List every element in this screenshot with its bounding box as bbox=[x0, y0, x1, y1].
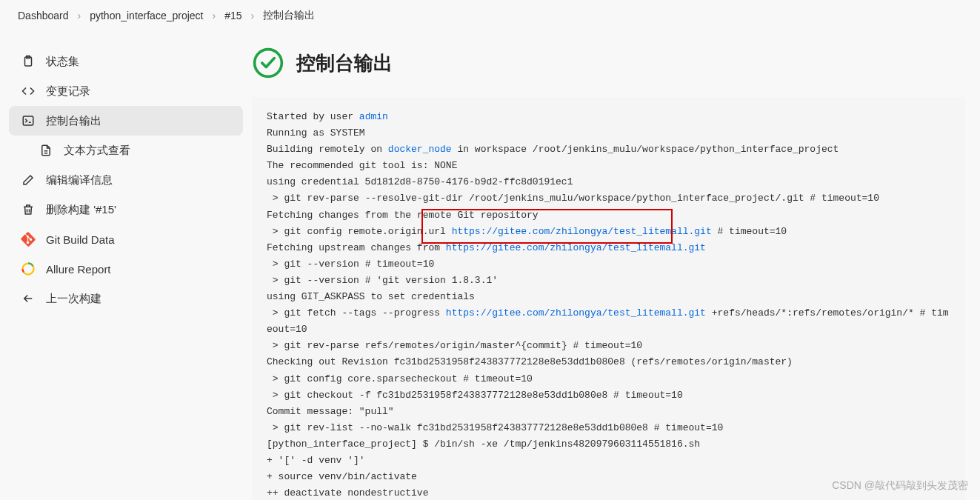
success-check-icon bbox=[252, 47, 284, 79]
main-content: 控制台输出 Started by user admin Running as S… bbox=[252, 32, 980, 500]
document-icon bbox=[39, 143, 53, 158]
breadcrumb-build[interactable]: #15 bbox=[224, 10, 241, 21]
sidebar-item-label: Git Build Data bbox=[46, 233, 115, 246]
sidebar: 状态集 变更记录 控制台输出 文本方式查看 编辑编译信息 删除构建 '#15' … bbox=[0, 32, 252, 500]
sidebar-item-label: 变更记录 bbox=[46, 84, 90, 99]
repo-link[interactable]: https://gitee.com/zhilongya/test_litemal… bbox=[452, 226, 712, 237]
repo-link[interactable]: https://gitee.com/zhilongya/test_litemal… bbox=[446, 242, 706, 253]
page-title: 控制台输出 bbox=[296, 50, 393, 76]
sidebar-item-console[interactable]: 控制台输出 bbox=[9, 106, 243, 136]
sidebar-item-label: 删除构建 '#15' bbox=[46, 203, 116, 217]
terminal-icon bbox=[21, 113, 36, 128]
sidebar-item-changes[interactable]: 变更记录 bbox=[9, 76, 243, 106]
repo-link[interactable]: https://gitee.com/zhilongya/test_litemal… bbox=[446, 307, 706, 319]
sidebar-item-git-data[interactable]: Git Build Data bbox=[9, 224, 243, 254]
sidebar-item-allure[interactable]: Allure Report bbox=[9, 254, 243, 284]
sidebar-item-label: 控制台输出 bbox=[46, 114, 101, 128]
breadcrumb-current[interactable]: 控制台输出 bbox=[263, 9, 315, 22]
page-header: 控制台输出 bbox=[252, 47, 980, 97]
sidebar-item-prev-build[interactable]: 上一次构建 bbox=[9, 284, 243, 313]
trash-icon bbox=[21, 202, 36, 217]
watermark: CSDN @敲代码敲到头发茂密 bbox=[832, 479, 968, 493]
sidebar-item-label: 编辑编译信息 bbox=[46, 173, 113, 187]
allure-icon bbox=[21, 261, 36, 276]
sidebar-item-edit-info[interactable]: 编辑编译信息 bbox=[9, 165, 243, 195]
svg-rect-1 bbox=[23, 116, 33, 125]
code-icon bbox=[21, 84, 36, 99]
sidebar-item-label: 上一次构建 bbox=[46, 292, 101, 306]
edit-icon bbox=[21, 173, 36, 187]
arrow-left-icon bbox=[21, 291, 36, 306]
user-link[interactable]: admin bbox=[359, 111, 388, 122]
sidebar-item-label: 文本方式查看 bbox=[64, 144, 130, 158]
breadcrumb-project[interactable]: python_interface_project bbox=[90, 10, 203, 21]
console-output: Started by user admin Running as SYSTEM … bbox=[252, 97, 965, 500]
clipboard-icon bbox=[21, 54, 36, 69]
chevron-right-icon: › bbox=[251, 10, 255, 21]
chevron-right-icon: › bbox=[78, 10, 81, 21]
git-icon bbox=[21, 232, 36, 247]
node-link[interactable]: docker_node bbox=[388, 144, 452, 155]
sidebar-item-status[interactable]: 状态集 bbox=[9, 47, 243, 76]
sidebar-item-text-view[interactable]: 文本方式查看 bbox=[9, 136, 243, 165]
sidebar-item-delete-build[interactable]: 删除构建 '#15' bbox=[9, 195, 243, 224]
breadcrumb-dashboard[interactable]: Dashboard bbox=[18, 10, 69, 21]
sidebar-item-label: Allure Report bbox=[46, 263, 111, 276]
breadcrumb: Dashboard › python_interface_project › #… bbox=[0, 0, 980, 32]
sidebar-item-label: 状态集 bbox=[46, 55, 79, 69]
chevron-right-icon: › bbox=[213, 10, 216, 21]
